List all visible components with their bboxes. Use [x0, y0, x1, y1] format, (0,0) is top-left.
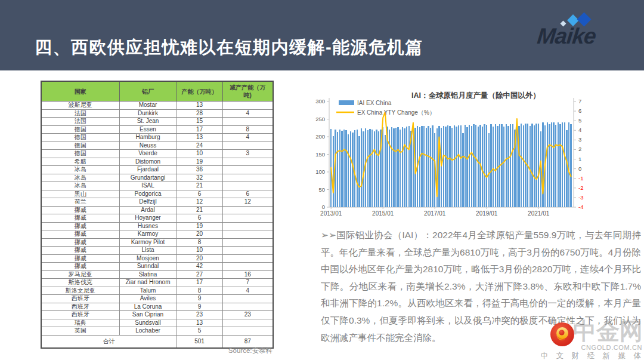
table-row: 波斯尼亚Mostar13 — [41, 101, 273, 110]
production-chart: IAI：全球原铝月度产量（除中国以外） 050100150200250300-4… — [315, 87, 644, 223]
cut-cell: 4 — [222, 109, 273, 118]
svg-text:6: 6 — [578, 107, 581, 114]
svg-text:-1: -1 — [578, 175, 583, 182]
capacity-cell: 28 — [177, 109, 222, 118]
country-cell: 冰岛 — [41, 174, 119, 182]
capacity-cell: 9 — [177, 303, 222, 311]
legend-bar-swatch — [339, 100, 354, 105]
country-cell: 冰岛 — [41, 166, 119, 174]
cut-cell — [222, 214, 273, 223]
watermark-domain: CNGOLD.COM.CN — [581, 344, 642, 351]
cut-cell — [222, 238, 273, 247]
capacity-cell: 42 — [177, 263, 222, 271]
country-cell: 德国 — [41, 134, 119, 142]
svg-text:2013/01: 2013/01 — [320, 210, 342, 217]
plant-cell: Ardal — [119, 206, 177, 214]
svg-text:150: 150 — [315, 151, 325, 158]
capacity-cell: 21 — [177, 206, 222, 214]
table-row: 挪威Karmoy Pilot8 — [41, 238, 273, 247]
svg-text:0: 0 — [322, 204, 325, 210]
country-cell: 荷兰 — [41, 198, 119, 207]
country-cell: 冰岛 — [41, 182, 119, 190]
country-cell: 黑山 — [41, 190, 119, 198]
plant-cell: Hoyanger — [119, 214, 177, 223]
plant-cell: Delfzijl — [119, 198, 177, 207]
country-cell: 西班牙 — [41, 311, 119, 319]
page-title: 四、西欧供应担忧难以在短期内缓解-能源危机篇 — [35, 36, 423, 60]
cut-cell — [222, 247, 273, 255]
svg-text:250: 250 — [315, 116, 325, 122]
capacity-cell: 9 — [177, 295, 222, 303]
cut-cell: 12 — [222, 198, 273, 207]
country-cell: 西班牙 — [41, 295, 119, 303]
svg-text:2021/01: 2021/01 — [528, 210, 550, 217]
plant-cell: Slatina — [119, 270, 177, 279]
country-cell: 挪威 — [41, 263, 119, 271]
svg-text:-4: -4 — [578, 204, 583, 210]
cut-cell — [222, 141, 273, 150]
plant-cell: Ziar nad Hronom — [119, 279, 177, 287]
svg-text:5: 5 — [578, 117, 581, 124]
table-row: 西班牙Aviles9 — [41, 295, 273, 303]
capacity-cell: 27 — [177, 270, 222, 279]
plant-cell: Sundsvall — [119, 319, 177, 327]
plant-cell: Talum — [119, 287, 177, 295]
cut-cell — [222, 230, 273, 239]
table-row: 挪威Mosjoen20 — [41, 254, 273, 263]
country-cell: 斯洛伐克 — [41, 279, 119, 287]
country-cell: 波斯尼亚 — [41, 101, 119, 110]
table-row: 冰岛ISAL21 — [41, 182, 273, 190]
table-row: 冰岛Fjardaal36 — [41, 166, 273, 174]
maike-logo-text: Maike — [536, 24, 597, 49]
svg-text:2019/01: 2019/01 — [476, 210, 498, 217]
capacity-cell: 23 — [177, 311, 222, 319]
capacity-cell: 24 — [177, 141, 222, 150]
svg-text:3: 3 — [578, 136, 581, 143]
slide-header: 四、西欧供应担忧难以在短期内缓解-能源危机篇 Maike — [0, 0, 644, 70]
country-cell: 挪威 — [41, 247, 119, 255]
plant-cell: San Ciprian — [119, 311, 177, 319]
svg-text:300: 300 — [315, 98, 325, 104]
table-row: 德国Voerde103 — [41, 150, 273, 158]
table-row: 西班牙San Ciprian2323 — [41, 311, 273, 319]
plant-cell: Lista — [119, 247, 177, 255]
capacity-cell: 15 — [177, 118, 222, 126]
plant-cell: Essen — [119, 125, 177, 134]
cut-cell — [222, 118, 273, 126]
capacity-cell: 8 — [177, 287, 222, 295]
watermark: 中金网 CNGOLD.COM.CN 中 文 财 经 新 媒 体 — [543, 319, 644, 362]
cut-cell — [222, 182, 273, 190]
capacity-cell: 19 — [177, 222, 222, 230]
cut-cell — [222, 222, 273, 230]
watermark-tagline: 中 文 财 经 新 媒 体 — [541, 351, 644, 361]
country-cell: 英国 — [41, 327, 119, 336]
table-row: 法国St. Jean15 — [41, 118, 273, 126]
plant-cell: La Coruna — [119, 303, 177, 311]
table-header-row: 国家 铝厂 产能（万吨） 减产产能（万吨) — [41, 81, 273, 101]
capacity-cell: 20 — [177, 230, 222, 239]
table-row: 挪威Husnes19 — [41, 222, 273, 230]
plant-cell: St. Jean — [119, 118, 177, 126]
capacity-cell: 20 — [177, 254, 222, 263]
plant-cell: Sunndal — [119, 263, 177, 271]
capacity-cell: 32 — [177, 174, 222, 182]
cut-cell: 23 — [222, 311, 273, 319]
svg-text:0: 0 — [578, 165, 581, 172]
country-cell: 挪威 — [41, 222, 119, 230]
cut-cell: 4 — [222, 134, 273, 142]
plant-cell: Mosjoen — [119, 254, 177, 263]
capacity-cell: 36 — [177, 166, 222, 174]
cut-cell — [222, 295, 273, 303]
country-cell: 挪威 — [41, 254, 119, 263]
country-cell: 德国 — [41, 150, 119, 158]
table-row: 法国Dunkirk284 — [41, 109, 273, 118]
capacity-cell: 17 — [177, 279, 222, 287]
country-cell: 挪威 — [41, 206, 119, 214]
cut-cell — [222, 254, 273, 263]
capacity-cell: 5 — [177, 327, 222, 336]
country-cell: 德国 — [41, 125, 119, 134]
cut-cell — [222, 174, 273, 182]
cut-cell — [222, 166, 273, 174]
table-row: 斯洛伐克Ziar nad Hronom177 — [41, 279, 273, 287]
cut-cell — [222, 327, 273, 336]
